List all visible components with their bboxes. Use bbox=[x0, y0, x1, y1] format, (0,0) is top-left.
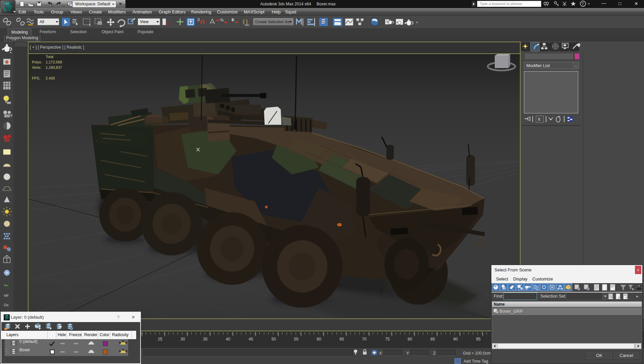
svg-text:85: 85 bbox=[430, 337, 435, 342]
svg-text:{ }: { } bbox=[243, 18, 248, 24]
svg-text:80: 80 bbox=[408, 337, 412, 342]
svg-text:Workspace: Default: Workspace: Default bbox=[75, 2, 110, 6]
svg-text:75: 75 bbox=[385, 337, 390, 342]
svg-text:40: 40 bbox=[226, 337, 230, 342]
svg-text:ABC: ABC bbox=[245, 24, 250, 26]
svg-text:95: 95 bbox=[476, 337, 481, 342]
svg-text:50: 50 bbox=[271, 337, 276, 342]
svg-text:Create Selection Se: Create Selection Se bbox=[255, 20, 289, 24]
svg-text:?: ? bbox=[582, 2, 584, 6]
svg-text:25: 25 bbox=[158, 337, 162, 342]
svg-text:30: 30 bbox=[180, 337, 185, 342]
svg-text:Ox: Ox bbox=[4, 303, 9, 307]
svg-text:90: 90 bbox=[453, 337, 458, 342]
svg-text:45: 45 bbox=[249, 337, 253, 342]
svg-text:60: 60 bbox=[317, 337, 321, 342]
svg-text:View: View bbox=[140, 19, 149, 24]
svg-text:II: II bbox=[538, 117, 540, 122]
svg-text:3: 3 bbox=[197, 17, 200, 22]
svg-text:All: All bbox=[40, 19, 44, 24]
svg-text:70: 70 bbox=[362, 337, 367, 342]
svg-text:HF: HF bbox=[4, 294, 9, 298]
svg-text:35: 35 bbox=[203, 337, 208, 342]
svg-text:65: 65 bbox=[339, 337, 344, 342]
svg-text:55: 55 bbox=[294, 337, 299, 342]
svg-text:%: % bbox=[220, 18, 224, 22]
